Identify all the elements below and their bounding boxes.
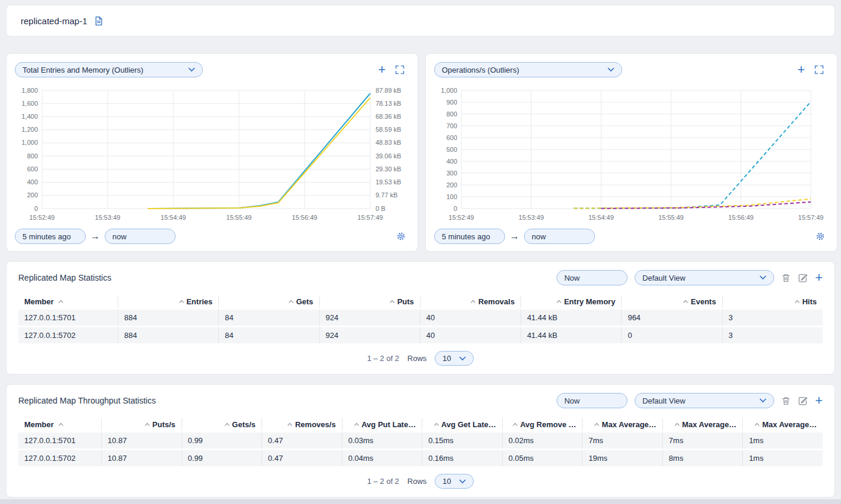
column-header[interactable]: Hits: [722, 295, 823, 308]
sort-caret-icon: [179, 300, 185, 304]
table-cell: 1ms: [742, 433, 823, 448]
svg-text:58.59 kB: 58.59 kB: [376, 126, 401, 133]
time-to-input[interactable]: [105, 229, 176, 244]
time-from-input[interactable]: [15, 229, 86, 244]
edit-view-icon[interactable]: [798, 273, 808, 283]
delete-view-icon[interactable]: [781, 396, 791, 406]
svg-text:1,000: 1,000: [441, 87, 457, 94]
sort-caret-icon: [144, 422, 150, 427]
metric-selector-dropdown[interactable]: Total Entries and Memory (Outliers): [15, 62, 203, 77]
column-header[interactable]: Puts/s: [101, 418, 182, 431]
svg-text:1,800: 1,800: [21, 87, 38, 94]
page-size-value: 10: [442, 477, 451, 486]
svg-text:15:55:49: 15:55:49: [227, 214, 252, 221]
table-controls: Default View +: [557, 393, 823, 408]
time-selector-input[interactable]: [557, 393, 627, 408]
svg-text:900: 900: [447, 99, 457, 106]
column-header[interactable]: Events: [621, 295, 722, 308]
column-header[interactable]: Member: [18, 295, 118, 308]
sort-caret-icon: [224, 422, 230, 427]
time-range-bar: →: [15, 229, 409, 244]
column-header[interactable]: Puts: [319, 295, 420, 308]
column-header[interactable]: Removes/s: [261, 418, 342, 431]
column-header[interactable]: Gets: [218, 295, 319, 308]
page-title: replicated-map-1: [21, 16, 88, 26]
table-row[interactable]: 127.0.0.1:5701884849244041.44 kB9643: [18, 310, 823, 326]
page-size-dropdown[interactable]: 10: [435, 474, 474, 489]
time-selector-input[interactable]: [557, 270, 627, 285]
add-table-icon[interactable]: +: [815, 272, 823, 283]
column-header[interactable]: Avg Get Late…: [422, 418, 502, 431]
sort-caret-icon: [556, 300, 562, 304]
entries-memory-chart: 00 B2009.77 kB40019.53 kB60029.30 kB8003…: [15, 82, 409, 225]
add-table-icon[interactable]: +: [815, 395, 823, 406]
view-selector-dropdown[interactable]: Default View: [635, 270, 774, 285]
sort-caret-icon: [354, 422, 360, 427]
arrow-right-icon: →: [90, 231, 100, 242]
chart-actions: +: [378, 64, 405, 75]
svg-text:39.06 kB: 39.06 kB: [376, 152, 401, 160]
svg-text:0: 0: [34, 205, 38, 212]
column-header[interactable]: Entries: [118, 295, 218, 308]
column-header[interactable]: Member: [18, 418, 101, 431]
replicated-map-statistics-section: Replicated Map Statistics Default View +…: [6, 261, 835, 375]
svg-text:19.53 kB: 19.53 kB: [376, 178, 401, 186]
operations-chart: 01002003004005006007008009001,00015:52:4…: [434, 82, 829, 225]
page-size-value: 10: [442, 354, 451, 363]
svg-text:200: 200: [27, 191, 38, 199]
chart-area: 01002003004005006007008009001,00015:52:4…: [434, 82, 829, 227]
table-cell: 7ms: [662, 433, 743, 448]
fullscreen-icon[interactable]: [395, 65, 405, 74]
table-row[interactable]: 127.0.0.1:5702884849244041.44 kB03: [18, 327, 823, 343]
svg-text:700: 700: [447, 122, 457, 129]
table-cell: 0.47: [261, 450, 342, 466]
table-row[interactable]: 127.0.0.1:570110.870.990.470.03ms0.15ms0…: [18, 433, 823, 448]
column-header[interactable]: Entry Memory: [520, 295, 621, 308]
delete-view-icon[interactable]: [781, 273, 791, 283]
edit-view-icon[interactable]: [798, 396, 808, 406]
table-header-row: Member Entries Gets Puts Removals Entry …: [18, 295, 823, 308]
chevron-down-icon: [459, 479, 466, 484]
column-header[interactable]: Removals: [420, 295, 520, 308]
column-header[interactable]: Max Average…: [582, 418, 662, 431]
add-chart-icon[interactable]: +: [378, 64, 386, 75]
view-selector-dropdown[interactable]: Default View: [635, 393, 774, 408]
page-size-dropdown[interactable]: 10: [435, 351, 474, 366]
pagination-range: 1 – 2 of 2: [367, 354, 399, 363]
sort-caret-icon: [512, 422, 518, 427]
table-cell: 1ms: [742, 450, 823, 466]
svg-text:78.13 kB: 78.13 kB: [376, 100, 401, 107]
table-cell: 0.99: [182, 450, 262, 466]
fullscreen-icon[interactable]: [814, 65, 824, 74]
time-from-input[interactable]: [434, 229, 505, 244]
table-cell: 0.03ms: [342, 433, 422, 448]
column-header[interactable]: Max Average…: [742, 418, 823, 431]
page-header: replicated-map-1: [6, 5, 835, 37]
rows-label: Rows: [407, 477, 427, 486]
svg-text:300: 300: [447, 170, 457, 177]
gear-icon[interactable]: [816, 232, 825, 241]
table-row[interactable]: 127.0.0.1:570210.870.990.470.04ms0.16ms0…: [18, 450, 823, 466]
pagination: 1 – 2 of 2 Rows 10: [18, 351, 823, 366]
metric-selector-dropdown[interactable]: Operations/s (Outliers): [434, 62, 622, 77]
charts-row: Total Entries and Memory (Outliers) + 00…: [6, 53, 835, 252]
entries-memory-chart-panel: Total Entries and Memory (Outliers) + 00…: [6, 53, 418, 252]
svg-text:400: 400: [27, 178, 38, 186]
svg-text:1,200: 1,200: [21, 126, 38, 133]
column-header[interactable]: Avg Put Late…: [342, 418, 422, 431]
arrow-right-icon: →: [510, 231, 519, 242]
column-header[interactable]: Max Average…: [662, 418, 743, 431]
svg-text:48.83 kB: 48.83 kB: [376, 139, 401, 146]
add-chart-icon[interactable]: +: [797, 64, 805, 75]
time-to-input[interactable]: [524, 229, 595, 244]
gear-icon[interactable]: [396, 232, 406, 241]
view-selector-value: Default View: [642, 396, 685, 405]
column-header[interactable]: Gets/s: [182, 418, 262, 431]
column-header[interactable]: Avg Remove …: [502, 418, 583, 431]
svg-text:0 B: 0 B: [376, 205, 386, 212]
chart-panel-toolbar: Total Entries and Memory (Outliers) +: [15, 62, 409, 77]
document-icon[interactable]: [93, 16, 103, 26]
operations-chart-panel: Operations/s (Outliers) + 01002003004005…: [425, 53, 837, 252]
svg-text:0: 0: [454, 205, 457, 212]
svg-text:29.30 kB: 29.30 kB: [376, 165, 401, 173]
